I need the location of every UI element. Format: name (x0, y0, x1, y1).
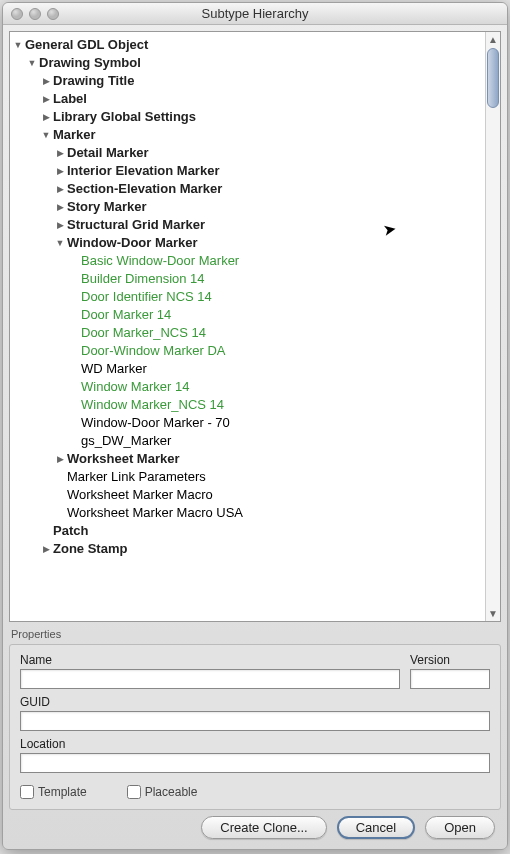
guid-field[interactable] (20, 711, 490, 731)
tree-row[interactable]: ▶Detail Marker (12, 144, 483, 162)
tree-row[interactable]: ▶gs_DW_Marker (12, 432, 483, 450)
window-title: Subtype Hierarchy (3, 6, 507, 21)
disclosure-down-icon[interactable]: ▼ (12, 36, 24, 54)
tree-row[interactable]: ▶Section-Elevation Marker (12, 180, 483, 198)
tree-item-label: Patch (53, 522, 88, 540)
tree-item-label: Section-Elevation Marker (67, 180, 222, 198)
tree-item-label: Door Marker 14 (81, 306, 171, 324)
name-label: Name (20, 653, 400, 667)
tree-item-label: Worksheet Marker Macro USA (67, 504, 243, 522)
tree-item-label: WD Marker (81, 360, 147, 378)
scroll-down-icon[interactable]: ▼ (486, 606, 500, 621)
tree-item-label: Story Marker (67, 198, 146, 216)
tree-item-label: Library Global Settings (53, 108, 196, 126)
subtype-tree[interactable]: ▼General GDL Object▼Drawing Symbol▶Drawi… (10, 32, 485, 621)
name-field[interactable] (20, 669, 400, 689)
window: Subtype Hierarchy ▼General GDL Object▼Dr… (2, 2, 508, 850)
vertical-scrollbar[interactable]: ▲ ▼ (485, 32, 500, 621)
disclosure-right-icon[interactable]: ▶ (54, 198, 66, 216)
tree-item-label: Marker Link Parameters (67, 468, 206, 486)
template-checkbox-label: Template (20, 785, 87, 799)
tree-row[interactable]: ▶Marker Link Parameters (12, 468, 483, 486)
tree-row[interactable]: ▶Zone Stamp (12, 540, 483, 558)
tree-item-label: Structural Grid Marker (67, 216, 205, 234)
tree-item-label: Drawing Title (53, 72, 134, 90)
tree-item-label: Door Marker_NCS 14 (81, 324, 206, 342)
tree-item-label: Detail Marker (67, 144, 149, 162)
dialog-footer: Create Clone... Cancel Open (3, 810, 507, 849)
tree-item-label: Door Identifier NCS 14 (81, 288, 212, 306)
template-checkbox[interactable] (20, 785, 34, 799)
placeable-checkbox[interactable] (127, 785, 141, 799)
tree-row[interactable]: ▶Patch (12, 522, 483, 540)
tree-item-label: Basic Window-Door Marker (81, 252, 239, 270)
tree-row[interactable]: ▶Window Marker_NCS 14 (12, 396, 483, 414)
create-clone-button[interactable]: Create Clone... (201, 816, 326, 839)
tree-row[interactable]: ▶Builder Dimension 14 (12, 270, 483, 288)
tree-row[interactable]: ▶Story Marker (12, 198, 483, 216)
tree-row[interactable]: ▼Drawing Symbol (12, 54, 483, 72)
close-icon[interactable] (11, 8, 23, 20)
tree-item-label: General GDL Object (25, 36, 148, 54)
tree-item-label: Builder Dimension 14 (81, 270, 205, 288)
disclosure-down-icon[interactable]: ▼ (54, 234, 66, 252)
tree-row[interactable]: ▶Interior Elevation Marker (12, 162, 483, 180)
disclosure-down-icon[interactable]: ▼ (40, 126, 52, 144)
disclosure-right-icon[interactable]: ▶ (54, 144, 66, 162)
disclosure-right-icon[interactable]: ▶ (40, 540, 52, 558)
tree-item-label: Label (53, 90, 87, 108)
tree-item-label: gs_DW_Marker (81, 432, 171, 450)
tree-row[interactable]: ▶Library Global Settings (12, 108, 483, 126)
properties-section-label: Properties (11, 628, 499, 640)
tree-item-label: Window Marker 14 (81, 378, 189, 396)
tree-item-label: Drawing Symbol (39, 54, 141, 72)
location-field[interactable] (20, 753, 490, 773)
tree-item-label: Door-Window Marker DA (81, 342, 225, 360)
zoom-icon[interactable] (47, 8, 59, 20)
disclosure-right-icon[interactable]: ▶ (54, 162, 66, 180)
tree-item-label: Worksheet Marker Macro (67, 486, 213, 504)
placeable-checkbox-label: Placeable (127, 785, 198, 799)
tree-row[interactable]: ▶Door Marker_NCS 14 (12, 324, 483, 342)
tree-row[interactable]: ▶Door Identifier NCS 14 (12, 288, 483, 306)
tree-row[interactable]: ▶Structural Grid Marker (12, 216, 483, 234)
tree-item-label: Window Marker_NCS 14 (81, 396, 224, 414)
disclosure-right-icon[interactable]: ▶ (40, 90, 52, 108)
tree-row[interactable]: ▶Basic Window-Door Marker (12, 252, 483, 270)
tree-row[interactable]: ▶Label (12, 90, 483, 108)
disclosure-right-icon[interactable]: ▶ (54, 216, 66, 234)
titlebar[interactable]: Subtype Hierarchy (3, 3, 507, 25)
disclosure-right-icon[interactable]: ▶ (40, 108, 52, 126)
disclosure-right-icon[interactable]: ▶ (54, 450, 66, 468)
disclosure-down-icon[interactable]: ▼ (26, 54, 38, 72)
cancel-button[interactable]: Cancel (337, 816, 415, 839)
tree-row[interactable]: ▶Door Marker 14 (12, 306, 483, 324)
scroll-thumb[interactable] (487, 48, 499, 108)
tree-item-label: Window-Door Marker (67, 234, 198, 252)
tree-row[interactable]: ▼General GDL Object (12, 36, 483, 54)
tree-row[interactable]: ▶Window Marker 14 (12, 378, 483, 396)
tree-row[interactable]: ▶WD Marker (12, 360, 483, 378)
version-field[interactable] (410, 669, 490, 689)
tree-row[interactable]: ▶Drawing Title (12, 72, 483, 90)
tree-panel: ▼General GDL Object▼Drawing Symbol▶Drawi… (9, 31, 501, 622)
tree-item-label: Zone Stamp (53, 540, 127, 558)
tree-row[interactable]: ▼Marker (12, 126, 483, 144)
tree-row[interactable]: ▶Worksheet Marker Macro (12, 486, 483, 504)
disclosure-right-icon[interactable]: ▶ (54, 180, 66, 198)
properties-panel: Name Version GUID Location Template Plac… (9, 644, 501, 810)
tree-item-label: Marker (53, 126, 96, 144)
minimize-icon[interactable] (29, 8, 41, 20)
scroll-up-icon[interactable]: ▲ (486, 32, 500, 47)
tree-row[interactable]: ▶Worksheet Marker Macro USA (12, 504, 483, 522)
open-button[interactable]: Open (425, 816, 495, 839)
tree-row[interactable]: ▶Window-Door Marker - 70 (12, 414, 483, 432)
tree-item-label: Window-Door Marker - 70 (81, 414, 230, 432)
tree-item-label: Interior Elevation Marker (67, 162, 219, 180)
tree-row[interactable]: ▶Worksheet Marker (12, 450, 483, 468)
tree-row[interactable]: ▶Door-Window Marker DA (12, 342, 483, 360)
guid-label: GUID (20, 695, 490, 709)
tree-row[interactable]: ▼Window-Door Marker (12, 234, 483, 252)
version-label: Version (410, 653, 490, 667)
disclosure-right-icon[interactable]: ▶ (40, 72, 52, 90)
